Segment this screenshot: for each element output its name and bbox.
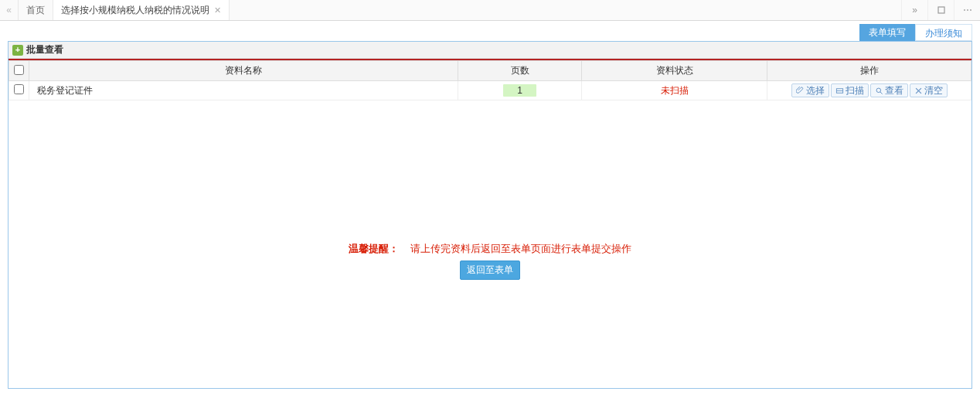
- page-count-badge: 1: [503, 84, 536, 97]
- main-panel: 批量查看 资料名称 页数 资料状态 操作: [8, 41, 972, 389]
- header-pages: 页数: [458, 61, 582, 81]
- header-status: 资料状态: [582, 61, 767, 81]
- tab-bar: « 首页 选择按小规模纳税人纳税的情况说明 ✕ » ⋯: [0, 0, 980, 21]
- svg-line-4: [880, 91, 882, 94]
- row-checkbox-cell: [9, 81, 29, 100]
- scan-icon: [835, 87, 844, 95]
- form-fill-button[interactable]: 表单填写: [859, 24, 915, 41]
- clear-icon: [914, 87, 923, 95]
- maximize-icon[interactable]: [927, 0, 954, 20]
- select-button[interactable]: 选择: [791, 83, 829, 97]
- batch-view-icon: [12, 45, 23, 56]
- row-checkbox[interactable]: [14, 84, 24, 94]
- close-icon[interactable]: ✕: [214, 5, 221, 15]
- scan-button[interactable]: 扫描: [831, 83, 869, 97]
- tab-active-label: 选择按小规模纳税人纳税的情况说明: [61, 4, 209, 17]
- view-label: 查看: [885, 85, 903, 96]
- tab-scroll-right-icon[interactable]: »: [901, 0, 927, 20]
- select-label: 选择: [806, 85, 825, 96]
- spacer: [9, 100, 971, 236]
- header-checkbox-cell: [9, 61, 29, 81]
- more-icon[interactable]: ⋯: [954, 0, 980, 20]
- tab-bar-left: « 首页 选择按小规模纳税人纳税的情况说明 ✕: [0, 0, 901, 20]
- toolbar: 表单填写 办理须知: [0, 21, 980, 41]
- return-row: 返回至表单: [9, 260, 971, 388]
- panel-body: 温馨提醒： 请上传完资料后返回至表单页面进行表单提交操作 返回至表单: [9, 100, 971, 388]
- scan-label: 扫描: [846, 85, 864, 96]
- row-pages-cell: 1: [458, 81, 582, 100]
- header-ops: 操作: [767, 61, 971, 81]
- row-ops: 选择 扫描 查看 清空: [772, 83, 966, 97]
- window-controls: » ⋯: [901, 0, 980, 20]
- tab-active[interactable]: 选择按小规模纳税人纳税的情况说明 ✕: [53, 0, 230, 20]
- panel-header: 批量查看: [9, 42, 971, 59]
- materials-table: 资料名称 页数 资料状态 操作 税务登记证件 1 未扫描: [9, 60, 971, 100]
- reminder-label: 温馨提醒：: [349, 243, 399, 254]
- tab-home[interactable]: 首页: [19, 0, 53, 20]
- row-name: 税务登记证件: [29, 81, 458, 100]
- row-ops-cell: 选择 扫描 查看 清空: [767, 81, 971, 100]
- tab-scroll-left-icon[interactable]: «: [0, 0, 19, 20]
- row-status: 未扫描: [582, 81, 767, 100]
- reminder-text: 请上传完资料后返回至表单页面进行表单提交操作: [410, 243, 631, 254]
- table-container: 资料名称 页数 资料状态 操作 税务登记证件 1 未扫描: [9, 59, 971, 100]
- view-icon: [875, 87, 883, 95]
- panel-title: 批量查看: [26, 43, 63, 56]
- reminder: 温馨提醒： 请上传完资料后返回至表单页面进行表单提交操作: [9, 236, 971, 260]
- header-name: 资料名称: [29, 61, 458, 81]
- select-all-checkbox[interactable]: [14, 65, 24, 75]
- table-row: 税务登记证件 1 未扫描 选择 扫描: [9, 81, 971, 100]
- return-button[interactable]: 返回至表单: [460, 260, 520, 280]
- clear-label: 清空: [924, 85, 943, 96]
- notice-button[interactable]: 办理须知: [915, 24, 972, 41]
- svg-point-3: [876, 88, 881, 93]
- table-header-row: 资料名称 页数 资料状态 操作: [9, 61, 971, 81]
- attach-icon: [796, 87, 805, 95]
- svg-rect-0: [938, 7, 944, 13]
- clear-button[interactable]: 清空: [910, 83, 948, 97]
- view-button[interactable]: 查看: [870, 83, 908, 97]
- tab-home-label: 首页: [26, 4, 45, 17]
